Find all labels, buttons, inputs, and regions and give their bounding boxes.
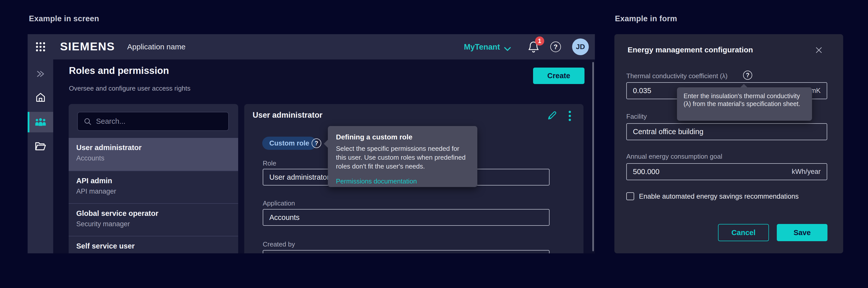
- recommendations-checkbox[interactable]: [626, 192, 634, 200]
- role-detail-title: User administrator: [253, 111, 322, 120]
- screen-example-heading: Example in screen: [29, 14, 99, 23]
- create-button[interactable]: Create: [533, 68, 585, 84]
- search-icon: [83, 117, 92, 126]
- permissions-documentation-link[interactable]: Permissions documentation: [336, 177, 469, 185]
- page-title: Roles and permission: [69, 65, 169, 76]
- sidebar-expand-icon[interactable]: [28, 69, 53, 79]
- facility-field-label: Facility: [626, 113, 647, 120]
- custom-role-tooltip: Defining a custom role Select the specif…: [328, 126, 477, 187]
- created-by-field-input[interactable]: [263, 250, 550, 253]
- sidebar: [28, 60, 53, 253]
- close-icon[interactable]: [814, 46, 823, 56]
- list-item-user-administrator[interactable]: User administrator Accounts: [69, 138, 238, 171]
- app-launcher-icon[interactable]: [36, 42, 45, 51]
- sidebar-item-files[interactable]: [28, 140, 53, 152]
- page-subtitle: Oversee and configure user access rights: [69, 84, 190, 93]
- role-field-label: Role: [263, 159, 276, 167]
- sidebar-item-home[interactable]: [28, 92, 53, 103]
- tenant-selector[interactable]: MyTenant: [464, 42, 500, 51]
- chip-help-icon[interactable]: ?: [312, 138, 321, 148]
- thermal-tooltip: Enter the insulation's thermal conductiv…: [677, 87, 812, 121]
- created-by-field-label: Created by: [263, 241, 295, 248]
- list-item-self-service-user[interactable]: Self service user Smart infrastructure: [69, 236, 238, 253]
- notification-badge: 1: [535, 36, 544, 45]
- window-scrollbar[interactable]: [592, 62, 594, 251]
- search-placeholder: Search...: [96, 117, 125, 125]
- custom-role-chip: Custom role: [262, 137, 316, 150]
- form-example-heading: Example in form: [615, 14, 677, 23]
- thermal-help-icon[interactable]: ?: [743, 71, 752, 80]
- sidebar-item-users[interactable]: [28, 116, 53, 128]
- tooltip-body: Select the specific permissions needed f…: [336, 144, 469, 171]
- siemens-logo: SIEMENS: [60, 40, 115, 53]
- roles-list-panel: Search... User administrator Accounts AP…: [69, 104, 238, 253]
- tooltip-body: Enter the insulation's thermal conductiv…: [684, 92, 805, 108]
- list-item-api-admin[interactable]: API admin API manager: [69, 171, 238, 203]
- application-field-label: Application: [263, 200, 295, 207]
- cancel-button[interactable]: Cancel: [718, 224, 769, 241]
- chevron-down-icon[interactable]: [503, 46, 512, 53]
- facility-field-input[interactable]: Central office building: [626, 123, 827, 140]
- application-field-input[interactable]: Accounts: [263, 209, 550, 226]
- goal-unit: kWh/year: [792, 168, 820, 176]
- search-input[interactable]: Search...: [77, 112, 229, 131]
- goal-field-label: Annual energy consumption goal: [626, 153, 722, 160]
- help-icon[interactable]: ?: [550, 41, 561, 52]
- edit-pencil-icon[interactable]: [546, 110, 558, 122]
- application-name: Application name: [127, 42, 185, 51]
- goal-field-input[interactable]: 500.000 kWh/year: [626, 163, 827, 180]
- dialog-title: Energy management configuration: [627, 45, 753, 54]
- list-item-global-service-operator[interactable]: Global service operator Security manager: [69, 203, 238, 236]
- avatar[interactable]: JD: [572, 38, 589, 55]
- save-button[interactable]: Save: [777, 224, 828, 241]
- kebab-menu-icon[interactable]: [568, 110, 571, 123]
- energy-form-dialog: Energy management configuration Thermal …: [614, 34, 843, 253]
- recommendations-checkbox-label: Enable automated energy savings recommen…: [639, 192, 799, 201]
- thermal-field-label: Thermal conductivity coefficient (λ): [626, 72, 727, 80]
- tooltip-title: Defining a custom role: [336, 133, 469, 141]
